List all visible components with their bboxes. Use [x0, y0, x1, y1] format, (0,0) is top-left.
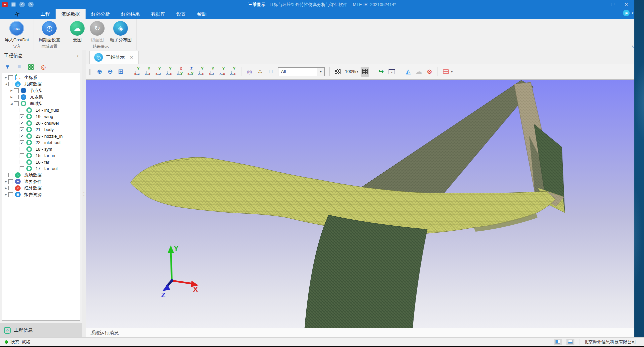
- checkbox[interactable]: [8, 186, 13, 190]
- tree-item-19 - wing[interactable]: ✓19 - wing: [2, 113, 80, 120]
- tree-item-面域集[interactable]: ◢面域集: [2, 100, 80, 107]
- tree-item-22 - inlet_out[interactable]: ✓22 - inlet_out: [2, 139, 80, 146]
- box-select-icon[interactable]: □: [266, 67, 275, 77]
- style-dropdown-icon[interactable]: ▾: [632, 11, 633, 15]
- ribbon-button-particle-distribution[interactable]: ◈粒子分布图: [107, 21, 134, 43]
- view-preset-button-5[interactable]: XzY: [175, 67, 184, 77]
- checkbox[interactable]: [14, 88, 19, 93]
- tree-item-17 - far_out[interactable]: 17 - far_out: [2, 165, 80, 172]
- close-button[interactable]: ✕: [619, 0, 633, 9]
- combobox-dropdown-icon[interactable]: ▼: [317, 67, 325, 76]
- snapshot-button[interactable]: ▲: [388, 67, 396, 77]
- mesh-grid-button[interactable]: [361, 67, 369, 77]
- tree-item-红外数据[interactable]: ▶☀红外数据: [2, 185, 80, 192]
- checkbox[interactable]: [20, 166, 24, 171]
- zoom-out-icon[interactable]: ⊖: [106, 67, 115, 77]
- restore-button[interactable]: [605, 0, 619, 9]
- checkbox[interactable]: [8, 82, 13, 86]
- new-document-icon[interactable]: ▤: [11, 2, 16, 7]
- view-preset-button-6[interactable]: ZxY: [186, 67, 195, 77]
- checkbox[interactable]: ✓: [20, 121, 24, 125]
- ribbon-button-cas-import[interactable]: cas导入Cas/Dat: [2, 21, 32, 43]
- ribbon-button-contour-cloud[interactable]: ☁云图: [67, 21, 87, 43]
- view-preset-button-9[interactable]: Yzx: [218, 67, 227, 77]
- view-preset-button-7[interactable]: Yzx: [197, 67, 205, 77]
- tree-item-20 - chuiwei[interactable]: ✓20 - chuiwei: [2, 120, 80, 127]
- particles-icon[interactable]: ∴: [256, 67, 264, 77]
- view-preset-button-8[interactable]: Yxz: [207, 67, 216, 77]
- checkbox[interactable]: [8, 192, 13, 197]
- locate-icon[interactable]: ◎: [41, 64, 46, 71]
- style-picker-icon[interactable]: ▣: [623, 10, 630, 16]
- tree-item-23 - nozzle_in[interactable]: ✓23 - nozzle_in: [2, 133, 80, 140]
- tree-item-流场数据[interactable]: ∴流场数据: [2, 172, 80, 179]
- layout-bottom-panel-icon[interactable]: [566, 339, 574, 345]
- tab-close-icon[interactable]: ✕: [130, 55, 134, 60]
- view-preset-button-10[interactable]: Yzx: [229, 67, 237, 77]
- layout-left-panel-icon[interactable]: [554, 339, 562, 345]
- list-view-icon[interactable]: ≡: [18, 64, 21, 70]
- transparency-button[interactable]: [333, 67, 342, 77]
- tree-item-报告资源[interactable]: ▶▣报告资源: [2, 191, 80, 198]
- menu-item-帮助[interactable]: 帮助: [191, 9, 212, 19]
- checkbox[interactable]: [14, 101, 19, 106]
- collapsed-arrow-icon[interactable]: ▶: [3, 76, 8, 79]
- checkbox[interactable]: ✓: [20, 114, 24, 119]
- checkbox[interactable]: [20, 108, 24, 112]
- menu-item-设置[interactable]: 设置: [171, 9, 191, 19]
- tree-item-21 - body[interactable]: ✓21 - body: [2, 126, 80, 133]
- checkbox[interactable]: ✓: [20, 134, 24, 138]
- undo-icon[interactable]: ↶: [19, 2, 25, 7]
- tab-3d-view[interactable]: ◷ 三维显示 ✕: [89, 51, 139, 64]
- checkbox[interactable]: ✓: [20, 140, 24, 145]
- redo-icon[interactable]: ↷: [28, 2, 34, 7]
- ribbon-collapse-icon[interactable]: ∧: [631, 44, 634, 49]
- toolbar-drag-handle[interactable]: [89, 69, 91, 75]
- collapsed-arrow-icon[interactable]: ▶: [9, 89, 14, 92]
- app-icon[interactable]: ✦: [2, 2, 8, 7]
- zoom-level-dropdown-icon[interactable]: ▾: [357, 70, 358, 73]
- export-icon[interactable]: ↪: [377, 67, 386, 77]
- panel-splitter[interactable]: ⋮: [82, 50, 86, 337]
- mirror-icon[interactable]: ◭: [404, 67, 413, 77]
- zoom-fit-icon[interactable]: ⊞: [117, 67, 125, 77]
- ribbon-button-period-face[interactable]: ◷周期面设置: [36, 21, 63, 43]
- expanded-arrow-icon[interactable]: ◢: [9, 102, 14, 105]
- filter-icon[interactable]: ▼: [5, 64, 10, 70]
- menu-item-数据库[interactable]: 数据库: [146, 9, 171, 19]
- tree-item-14 - int_fluid[interactable]: 14 - int_fluid: [2, 107, 80, 114]
- tree-item-16 - far[interactable]: 16 - far: [2, 159, 80, 166]
- camera-icon[interactable]: ◎: [245, 67, 254, 77]
- tree-item-节点集[interactable]: ▶∙∙节点集: [2, 87, 80, 94]
- tree-item-15 - far_in[interactable]: 15 - far_in: [2, 152, 80, 159]
- checkbox[interactable]: [8, 179, 13, 184]
- collapsed-arrow-icon[interactable]: ▶: [9, 96, 14, 99]
- tree-item-元素集[interactable]: ▶◌元素集: [2, 94, 80, 101]
- grid-view-icon[interactable]: [28, 64, 34, 70]
- panel-collapse-icon[interactable]: ‹: [77, 53, 79, 58]
- view-preset-button-1[interactable]: Yxz: [133, 67, 142, 77]
- collapsed-arrow-icon[interactable]: ▶: [3, 187, 8, 190]
- menu-item-红外分析[interactable]: 红外分析: [86, 9, 116, 19]
- checkbox[interactable]: [20, 160, 24, 164]
- menu-item-工程[interactable]: 工程: [35, 9, 56, 19]
- expanded-arrow-icon[interactable]: ◢: [3, 83, 8, 86]
- collapsed-arrow-icon[interactable]: ▶: [3, 180, 8, 183]
- tree-item-坐标系[interactable]: ▶Yzx坐标系: [2, 74, 80, 81]
- save-view-dropdown-icon[interactable]: ▾: [451, 70, 453, 73]
- checkbox[interactable]: [8, 75, 13, 80]
- project-panel-bottom-tab[interactable]: ◇ 工程信息: [0, 323, 82, 337]
- save-view-button[interactable]: [442, 67, 450, 77]
- menu-item-流场数据[interactable]: 流场数据: [56, 9, 86, 19]
- viewport-3d[interactable]: Y X Z: [86, 79, 634, 328]
- minimize-button[interactable]: —: [591, 0, 605, 9]
- zoom-in-icon[interactable]: ⊕: [95, 67, 104, 77]
- checkbox[interactable]: ✓: [20, 127, 24, 132]
- checkbox[interactable]: [14, 95, 19, 99]
- checkbox[interactable]: [8, 173, 13, 177]
- cancel-icon[interactable]: ⊗: [425, 67, 434, 77]
- checkbox[interactable]: [20, 147, 24, 151]
- checkbox[interactable]: [20, 153, 24, 158]
- collapsed-arrow-icon[interactable]: ▶: [3, 193, 8, 196]
- view-preset-button-2[interactable]: Yzx: [144, 67, 152, 77]
